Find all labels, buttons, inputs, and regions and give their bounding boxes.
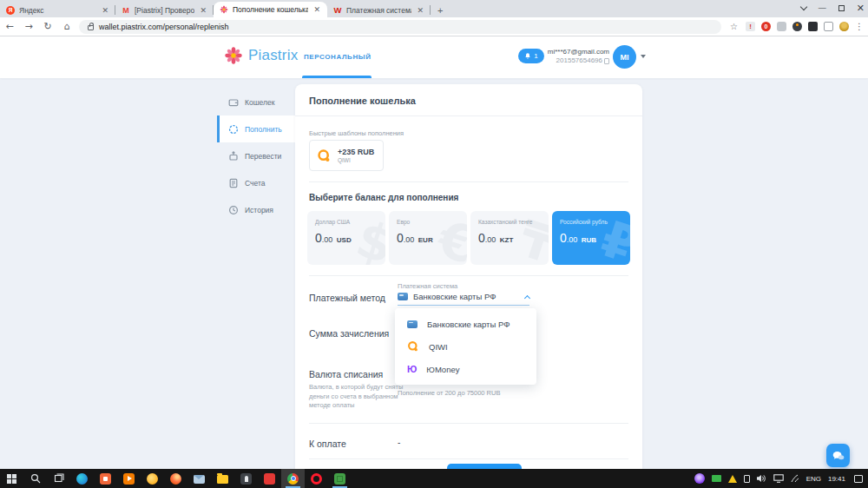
start-icon[interactable]: [0, 469, 23, 488]
sidebar-item-label: Перевести: [245, 152, 281, 161]
transfer-icon: [228, 151, 239, 162]
tab-title: [Piastrix] Проверочный код - m: [135, 6, 194, 15]
piastrix-flower-icon: [224, 46, 243, 65]
new-tab-button[interactable]: +: [437, 5, 443, 16]
url-text[interactable]: wallet.piastrix.com/personal/replenish: [99, 23, 229, 31]
account-menu-caret-icon[interactable]: [641, 55, 646, 58]
sidebar-item-history[interactable]: История: [217, 196, 295, 223]
invoice-icon: [228, 178, 239, 188]
limits-hint: Пополнение от 200 до 75000 RUB: [398, 389, 500, 399]
dropdown-option-qiwi[interactable]: QIWI: [395, 335, 536, 358]
bookmark-star-icon[interactable]: ☆: [728, 21, 740, 32]
window-maximize-button[interactable]: [838, 5, 845, 11]
tab-close-icon[interactable]: ✕: [416, 6, 424, 15]
balance-section-label: Выберите баланс для пополнения: [309, 193, 458, 202]
option-label: QIWI: [429, 342, 448, 352]
home-icon[interactable]: ⌂: [57, 21, 76, 32]
piastrix-logo[interactable]: Piastrix: [224, 46, 298, 65]
task-view-icon[interactable]: [47, 469, 70, 488]
dropdown-option-yoomoney[interactable]: Ю ЮMoney: [395, 358, 536, 380]
tab-close-icon[interactable]: ✕: [312, 5, 321, 14]
language-indicator[interactable]: ENG: [806, 475, 821, 483]
page-title: Пополнение кошелька: [309, 96, 416, 106]
tab-close-icon[interactable]: ✕: [199, 6, 207, 15]
nav-active-underline: [302, 76, 372, 78]
window-close-button[interactable]: ✕: [857, 2, 865, 14]
balance-amount: 0: [560, 231, 567, 245]
sidebar-item-replenish[interactable]: Пополнить: [217, 115, 295, 142]
currency-hint: Валюта, в которой будут сняты деньги со …: [309, 383, 406, 411]
quick-template-qiwi[interactable]: +235 RUB QIWI: [309, 140, 384, 171]
edge-icon[interactable]: [70, 469, 94, 488]
display-icon[interactable]: [773, 474, 784, 483]
sidebar-item-invoices[interactable]: Счета: [217, 169, 295, 196]
gray-extension-icon[interactable]: [777, 22, 786, 31]
quick-templates-label: Быстрые шаблоны пополнения: [309, 129, 404, 137]
tab-piastrix-site[interactable]: W Платежная система Piastrix - П ✕: [327, 3, 431, 17]
replenish-card: Пополнение кошелька Быстрые шаблоны попо…: [295, 84, 642, 469]
tab-gmail[interactable]: M [Piastrix] Проверочный код - m ✕: [115, 3, 214, 17]
clipboard-icon[interactable]: [744, 475, 750, 483]
weather-icon[interactable]: [141, 469, 164, 488]
adblock-icon[interactable]: [792, 22, 802, 31]
yandex-badge-icon[interactable]: 0: [761, 22, 771, 31]
tab-close-icon[interactable]: ✕: [101, 6, 109, 15]
store-icon[interactable]: [94, 469, 117, 488]
balance-card-eur[interactable]: Евро 0.00 EUR €: [389, 211, 467, 265]
red-app-icon[interactable]: [258, 469, 281, 488]
webmoney-favicon: W: [333, 6, 342, 15]
reload-icon[interactable]: ↻: [38, 21, 57, 32]
sidebar-item-wallet[interactable]: Кошелек: [217, 89, 295, 115]
warning-icon[interactable]: [728, 475, 737, 483]
site-header: Piastrix ПЕРСОНАЛЬНЫЙ 1 mi***67@gmail.co…: [0, 36, 868, 78]
address-bar[interactable]: wallet.piastrix.com/personal/replenish: [79, 20, 721, 34]
yandex-favicon: Я: [6, 6, 15, 15]
chrome-menu-icon[interactable]: ⋮: [855, 22, 864, 31]
sidebar-item-transfer[interactable]: Перевести: [217, 142, 295, 169]
avatar[interactable]: MI: [613, 45, 636, 69]
tab-group-icon[interactable]: [824, 22, 833, 31]
notification-center-icon[interactable]: [854, 475, 863, 483]
firefox-icon[interactable]: [164, 469, 187, 488]
pen-icon[interactable]: [791, 474, 799, 483]
option-label: Банковские карты РФ: [427, 320, 510, 329]
balance-name: Российский рубль: [560, 219, 630, 225]
balance-name: Доллар США: [315, 219, 385, 225]
bell-icon: [524, 52, 531, 60]
file-explorer-icon[interactable]: [211, 469, 234, 488]
tab-yandex[interactable]: Я Яндекс ✕: [0, 3, 115, 17]
mail-icon[interactable]: [187, 469, 211, 488]
tab-title: Платежная система Piastrix - П: [346, 6, 411, 15]
qiwi-icon: [407, 340, 419, 353]
pointer-app-icon[interactable]: [234, 469, 258, 488]
screen: Я Яндекс ✕ M [Piastrix] Проверочный код …: [0, 0, 868, 488]
green-indicator-icon[interactable]: [712, 475, 721, 482]
search-icon[interactable]: [23, 469, 47, 488]
balance-card-rub-selected[interactable]: Российский рубль 0.00 RUB ₽: [552, 211, 630, 265]
qiwi-icon: [317, 148, 332, 163]
gerb-extension-icon[interactable]: [839, 22, 849, 31]
window-minimize-button[interactable]: —: [819, 2, 826, 14]
green-app-icon[interactable]: [328, 469, 352, 488]
dropdown-option-bank-cards[interactable]: Банковские карты РФ: [395, 313, 536, 335]
tab-piastrix-replenish[interactable]: Пополнение кошелька ✕: [214, 2, 327, 17]
chrome-icon[interactable]: [281, 469, 305, 488]
payment-system-select[interactable]: Платежная система Банковские карты РФ: [398, 282, 529, 306]
back-icon[interactable]: ←: [0, 21, 19, 32]
balance-card-usd[interactable]: Доллар США 0.00 USD $: [307, 211, 385, 265]
status-orb-icon[interactable]: [694, 473, 705, 484]
sidebar-item-label: Кошелек: [245, 98, 274, 107]
nav-personal[interactable]: ПЕРСОНАЛЬНЫЙ: [304, 53, 372, 61]
chat-bubbles-icon: [832, 451, 845, 461]
opera-icon[interactable]: [305, 469, 328, 488]
extension-red-icon[interactable]: !: [746, 22, 755, 31]
balance-card-kzt[interactable]: Казахстанский тенге 0.00 KZT ₸: [470, 211, 549, 265]
clock[interactable]: 19:41: [828, 475, 845, 483]
copy-icon[interactable]: [604, 58, 609, 64]
media-player-icon[interactable]: [117, 469, 141, 488]
forward-icon[interactable]: →: [19, 21, 38, 32]
volume-icon[interactable]: [757, 474, 766, 483]
dark-extension-icon[interactable]: [808, 22, 818, 31]
support-chat-button[interactable]: [826, 444, 850, 467]
tabsearch-chevron-icon[interactable]: [800, 3, 807, 10]
